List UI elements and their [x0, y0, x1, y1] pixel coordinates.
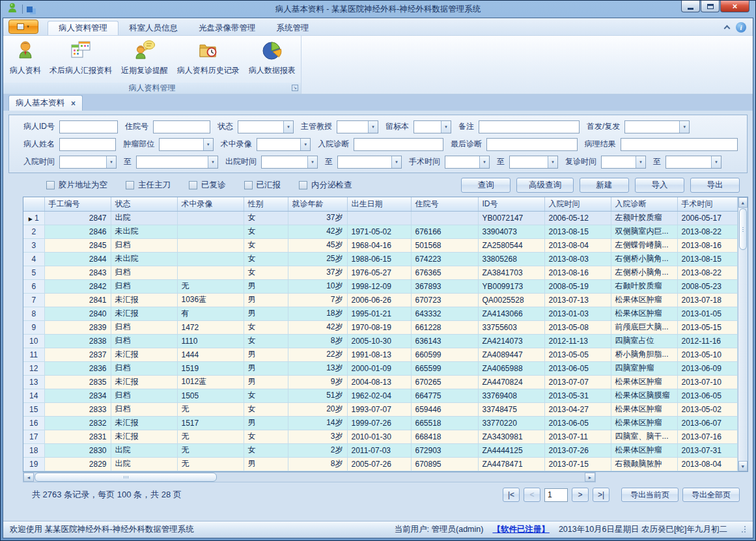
export-all-pages-button[interactable]: 导出全部页 [682, 488, 740, 502]
cell[interactable]: 1988-06-15 [347, 252, 411, 266]
cell[interactable]: 2013-04-27 [544, 402, 611, 416]
cell[interactable]: 2013-05-08 [544, 320, 611, 334]
new-button[interactable]: 新建 [580, 178, 629, 193]
cell[interactable]: 2013-05-15 [677, 320, 737, 334]
column-header[interactable]: 入院诊断 [611, 197, 677, 211]
last-page-button[interactable]: >| [593, 488, 609, 502]
cell[interactable]: 3岁 [288, 430, 347, 443]
column-header[interactable]: 状态 [111, 197, 177, 211]
cell[interactable]: 归档 [111, 279, 177, 293]
cell[interactable]: 2012-11-16 [677, 334, 737, 348]
application-menu-button[interactable]: ▼ [8, 20, 38, 34]
cell[interactable]: 2846 [44, 225, 111, 238]
row-indicator[interactable]: 14 [23, 389, 44, 402]
cell[interactable]: 女 [244, 443, 288, 457]
scroll-down-icon[interactable]: ▼ [738, 461, 748, 471]
scrollbar-thumb[interactable] [35, 473, 217, 482]
cell[interactable]: 未出院 [111, 252, 177, 266]
table-row[interactable]: 162832未汇报1517男14岁1999-07-266655183377022… [23, 416, 737, 430]
endocrine-exam-checkbox[interactable]: 内分泌检查 [299, 180, 352, 191]
cell[interactable]: 女 [244, 266, 288, 279]
cell[interactable]: 男 [244, 361, 288, 375]
cell[interactable]: 2008-05-19 [544, 279, 611, 293]
cell[interactable]: 左侧桥小脑角... [611, 266, 677, 279]
column-header[interactable]: 手工编号 [44, 197, 111, 211]
cell[interactable]: ZA4143066 [478, 307, 544, 320]
row-indicator[interactable]: 4 [23, 252, 44, 266]
cell[interactable]: 42岁 [288, 320, 347, 334]
cell[interactable]: 1991-08-13 [347, 348, 411, 361]
cell[interactable]: 有 [177, 307, 244, 320]
cell[interactable]: 四脑室、脑干... [611, 430, 677, 443]
cell[interactable]: 2013-05-10 [677, 348, 737, 361]
cell[interactable]: 1110 [177, 334, 244, 348]
cell[interactable]: 未汇报 [111, 375, 177, 389]
table-row[interactable]: 112837未汇报1444男22岁1991-08-13660599ZA40894… [23, 348, 737, 361]
cell[interactable]: 33755603 [478, 320, 544, 334]
cell[interactable]: 25岁 [288, 252, 347, 266]
cell[interactable]: 2006-06-26 [347, 293, 411, 307]
scroll-left-icon[interactable]: ◄ [23, 473, 34, 482]
cell[interactable]: 2013-06-05 [544, 361, 611, 375]
cell[interactable]: 643332 [411, 307, 478, 320]
cell[interactable]: 501568 [411, 238, 478, 252]
ribbon-button-postop-report[interactable]: 术后病人汇报资料 [46, 37, 116, 83]
cell[interactable]: 女 [244, 430, 288, 443]
cell[interactable]: 2831 [44, 430, 111, 443]
cell[interactable]: 未汇报 [111, 293, 177, 307]
cell[interactable]: 女 [244, 211, 288, 225]
row-indicator[interactable]: 19 [23, 457, 44, 471]
cell[interactable]: 女 [244, 402, 288, 416]
cell[interactable]: 2006-05-17 [677, 211, 737, 225]
ribbon-tab-system[interactable]: 系统管理 [266, 21, 320, 35]
cell[interactable]: 1519 [177, 361, 244, 375]
column-header[interactable]: 住院号 [411, 197, 478, 211]
cell[interactable]: 670895 [411, 457, 478, 471]
surgery-video-combo[interactable]: ▼ [257, 138, 311, 151]
table-row[interactable]: 142834归档1505女51岁1962-02-0466477533769408… [23, 389, 737, 402]
row-indicator[interactable]: 5 [23, 266, 44, 279]
cell[interactable]: 松果体区肿瘤 [611, 402, 677, 416]
cell[interactable]: 2847 [44, 211, 111, 225]
cell[interactable]: 2013-07-16 [677, 430, 737, 443]
cell[interactable]: 1998-12-09 [347, 279, 411, 293]
cell[interactable]: 未汇报 [111, 307, 177, 320]
scroll-up-icon[interactable]: ▲ [738, 197, 748, 208]
cell[interactable]: 664775 [411, 389, 478, 402]
row-indicator[interactable]: 13 [23, 375, 44, 389]
specimen-combo[interactable]: ▼ [413, 120, 451, 133]
ribbon-collapse-icon[interactable] [724, 25, 731, 32]
cell[interactable]: 1505 [177, 389, 244, 402]
cell[interactable]: 桥小脑角胆脂... [611, 348, 677, 361]
cell[interactable]: 2013-07-26 [544, 443, 611, 457]
patient-id-input[interactable] [59, 120, 118, 133]
cell[interactable]: 男 [244, 348, 288, 361]
cell[interactable]: 2013-05-05 [544, 348, 611, 361]
cell[interactable]: 2013-07-13 [544, 293, 611, 307]
revisit-date-to-combo[interactable]: ▼ [665, 156, 721, 169]
cell[interactable]: 男 [244, 279, 288, 293]
ribbon-tab-department-staff[interactable]: 科室人员信息 [119, 21, 188, 35]
cell[interactable]: 665518 [411, 416, 478, 430]
query-button[interactable]: 查询 [461, 178, 511, 193]
discharge-date-to-combo[interactable]: ▼ [337, 156, 402, 169]
cell[interactable]: 男 [244, 416, 288, 430]
pathology-result-input[interactable] [621, 138, 738, 151]
cell[interactable]: 674223 [411, 252, 478, 266]
table-row[interactable]: 122836归档1519男13岁2000-01-09665599ZA406598… [23, 361, 737, 375]
cell[interactable]: 2830 [44, 443, 111, 457]
info-icon[interactable]: i [736, 22, 746, 33]
cell[interactable]: 2013-08-04 [677, 457, 737, 471]
cell[interactable]: 37岁 [288, 211, 347, 225]
row-indicator[interactable]: 7 [23, 293, 44, 307]
export-button[interactable]: 导出 [690, 178, 740, 193]
row-indicator[interactable]: 3 [23, 238, 44, 252]
cell[interactable]: 668418 [411, 430, 478, 443]
cell[interactable]: 1036蓝 [177, 293, 244, 307]
cell[interactable]: 2013-08-16 [677, 238, 737, 252]
cell[interactable]: 2837 [44, 348, 111, 361]
cell[interactable]: 2013-07-10 [677, 375, 737, 389]
cell[interactable]: 2013-06-05 [544, 416, 611, 430]
cell[interactable]: 2岁 [288, 443, 347, 457]
cell[interactable]: 出院 [111, 211, 177, 225]
